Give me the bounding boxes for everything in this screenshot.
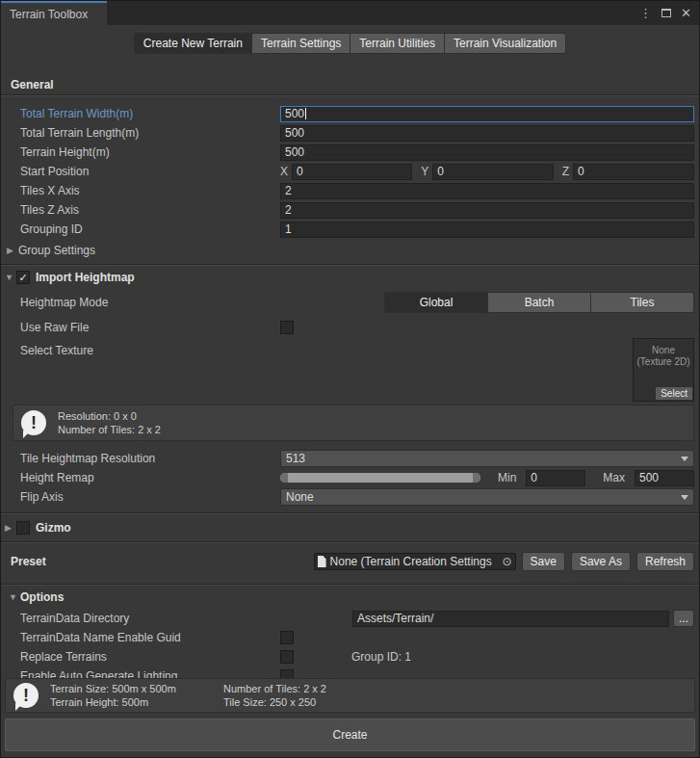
divider [1,264,699,266]
start-position-y-input[interactable]: 0 [432,164,553,180]
divider [1,512,699,514]
row-total-terrain-width: Total Terrain Width(m) 500 [1,104,699,123]
total-terrain-width-input[interactable]: 500 [280,106,694,122]
titlebar-spacer [107,1,639,25]
foldout-closed-icon[interactable]: ▶ [7,246,18,255]
row-terrain-height: Terrain Height(m) 500 [1,143,699,162]
import-heightmap-checkbox[interactable]: ✓ [16,271,30,284]
tab-label: Create New Terrain [143,37,243,50]
z-axis-label[interactable]: Z [562,165,569,178]
foldout-closed-icon[interactable]: ▶ [5,523,16,533]
create-button-label: Create [332,728,367,742]
mode-tiles-button[interactable]: Tiles [591,292,694,313]
mode-label: Batch [525,296,555,309]
start-position-x-input[interactable]: 0 [292,164,412,180]
summary-column-right: Number of Tiles: 2 x 2 Tile Size: 250 x … [223,682,326,709]
texture-select-button[interactable]: Select [656,387,692,400]
maximize-icon[interactable] [661,9,671,17]
start-position-z-input[interactable]: 0 [573,164,694,180]
grouping-id-label: Grouping ID [20,222,280,236]
heightmap-mode-group: Global Batch Tiles [384,292,694,313]
row-heightmap-mode: Heightmap Mode Global Batch Tiles [1,291,699,314]
use-raw-file-checkbox[interactable] [280,321,294,334]
slider-min-handle[interactable] [280,473,288,483]
height-remap-min-input[interactable]: 0 [526,470,585,486]
mode-global-button[interactable]: Global [384,292,488,313]
tab-terrain-visualization[interactable]: Terrain Visualization [445,33,566,54]
chevron-down-icon [681,457,688,461]
preset-object-field[interactable]: None (Terrain Creation Settings ⊙ [314,553,516,570]
exclamation-glyph: ! [31,413,37,433]
start-position-vector: X 0 Y 0 Z 0 [280,164,694,180]
field-value: 1 [285,222,292,236]
field-value: 500 [285,126,304,140]
field-value: 500 [285,145,304,159]
height-remap-slider[interactable] [280,469,480,486]
foldout-open-icon[interactable]: ▼ [9,592,20,602]
divider [1,584,699,586]
tab-create-new-terrain[interactable]: Create New Terrain [134,33,252,54]
heightmap-mode-label: Heightmap Mode [20,296,280,309]
tab-label: Terrain Visualization [454,37,557,50]
save-button[interactable]: Save [522,552,565,571]
flip-axis-dropdown[interactable]: None [280,488,694,506]
window-menu-icon[interactable]: ⋮ [639,7,652,19]
start-position-y: Y 0 [421,164,553,180]
title-bar: Terrain Toolbox ⋮ ✕ [1,1,699,25]
gizmo-checkbox[interactable] [16,521,30,535]
foldout-open-icon[interactable]: ▼ [5,273,16,282]
total-terrain-length-label: Total Terrain Length(m) [20,126,280,140]
object-picker-icon[interactable]: ⊙ [503,555,512,568]
tab-terrain-settings[interactable]: Terrain Settings [252,33,350,54]
height-remap-max-input[interactable]: 500 [635,470,694,486]
preset-object-value: None (Terrain Creation Settings [330,555,492,568]
y-axis-label[interactable]: Y [421,165,428,178]
x-axis-label[interactable]: X [280,165,288,178]
browse-button[interactable]: ... [673,610,694,627]
terrain-height-input[interactable]: 500 [280,144,694,161]
slider-fill [280,473,480,483]
window-tab[interactable]: Terrain Toolbox [1,1,107,25]
height-remap-label: Height Remap [20,471,280,484]
terraindata-name-guid-label: TerrainData Name Enable Guid [20,631,280,644]
resolution-line: Resolution: 0 x 0 [58,409,161,423]
info-icon: ! [13,683,39,708]
terrain-size-text: Terrain Size: 500m x 500m [50,682,223,695]
field-value: Assets/Terrain/ [357,612,433,625]
tab-label: Terrain Utilities [359,37,435,50]
tab-terrain-utilities[interactable]: Terrain Utilities [350,33,445,54]
chevron-down-icon [681,495,688,500]
slider-max-handle[interactable] [473,473,480,483]
replace-terrains-label: Replace Terrains [20,650,280,664]
row-grouping-id: Grouping ID 1 [1,220,699,239]
import-heightmap-header: ▼ ✓ Import Heightmap [1,270,699,285]
terraindata-directory-input[interactable]: Assets/Terrain/ [352,611,669,627]
refresh-button[interactable]: Refresh [636,552,694,571]
exclamation-glyph: ! [23,686,29,706]
texture-none-text: None (Texture 2D) [634,345,693,368]
divider [1,541,699,543]
tiles-line: Number of Tiles: 2 x 2 [58,423,161,436]
total-terrain-length-input[interactable]: 500 [280,125,694,142]
options-title: Options [20,590,64,604]
gizmo-row: ▶ Gizmo [1,518,699,537]
texture-object-field[interactable]: None (Texture 2D) Select [633,338,694,402]
terraindata-directory-label: TerrainData Directory [20,612,352,625]
tile-heightmap-resolution-dropdown[interactable]: 513 [280,450,694,467]
tiles-z-axis-input[interactable]: 2 [280,202,694,219]
replace-terrains-checkbox[interactable] [280,650,294,664]
save-as-button[interactable]: Save As [571,552,631,571]
group-id-text: Group ID: 1 [351,650,411,664]
height-remap-control: Min 0 Max 500 [280,469,694,486]
group-settings-row[interactable]: ▶ Group Settings [1,243,699,258]
grouping-id-input[interactable]: 1 [280,222,694,238]
window-title: Terrain Toolbox [10,8,88,21]
group-settings-label: Group Settings [18,244,95,257]
terraindata-name-guid-checkbox[interactable] [280,631,294,644]
info-icon: ! [21,410,46,435]
close-icon[interactable]: ✕ [681,7,691,19]
tiles-x-axis-input[interactable]: 2 [280,183,694,199]
terrain-height-text: Terrain Height: 500m [50,695,223,709]
mode-batch-button[interactable]: Batch [488,292,591,313]
create-button[interactable]: Create [5,719,695,751]
